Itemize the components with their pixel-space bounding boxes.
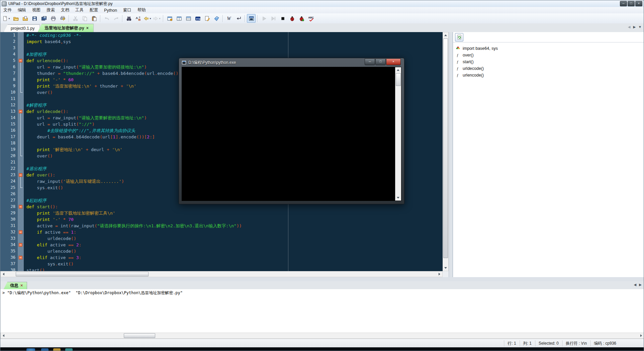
edit-snippet-button[interactable] xyxy=(203,14,211,23)
save-all-button[interactable] xyxy=(39,14,48,23)
python-window-button[interactable]: PYW xyxy=(193,14,202,23)
tab-project0.1.py[interactable]: project0.1.py xyxy=(4,24,40,32)
menu-8[interactable]: 窗口 xyxy=(120,7,134,13)
toggle-wrap-button[interactable] xyxy=(234,14,243,23)
fold-marker-line-32[interactable]: – xyxy=(19,230,22,234)
message-scroll-left-icon[interactable] xyxy=(3,334,4,337)
find-button[interactable] xyxy=(124,14,133,23)
tab-list-menu-icon[interactable]: ▼ xyxy=(638,25,642,29)
fold-marker-line-23[interactable]: – xyxy=(19,173,22,177)
message-tab-close-icon[interactable]: × xyxy=(20,283,23,288)
start-orb-icon[interactable] xyxy=(26,348,35,351)
fold-marker-line-36[interactable]: – xyxy=(19,256,22,259)
outline-item[interactable]: furldecode() xyxy=(453,65,644,72)
console-scrollbar[interactable] xyxy=(395,67,401,201)
toolbar-separator xyxy=(69,15,69,22)
menu-2[interactable]: 视图 xyxy=(29,7,43,13)
menu-3[interactable]: 搜索 xyxy=(43,7,58,13)
nav-forward-button[interactable]: ▼ xyxy=(153,14,161,23)
menu-4[interactable]: 文档 xyxy=(58,7,72,13)
redo-button[interactable] xyxy=(112,14,120,23)
maximize-button[interactable]: □ xyxy=(628,1,635,6)
tab-close-icon[interactable]: × xyxy=(86,26,89,30)
editor-vertical-scrollbar[interactable] xyxy=(443,32,449,271)
debug-check-button[interactable] xyxy=(297,14,306,23)
message-tab-scroll-right-icon[interactable]: ▶ xyxy=(639,283,642,286)
menu-7[interactable]: Python xyxy=(101,8,120,13)
scroll-down-icon[interactable] xyxy=(444,267,447,269)
close-button[interactable]: × xyxy=(635,1,642,6)
outline-item[interactable]: import base64, sys xyxy=(453,45,644,52)
code-line-1: #-*- coding:cp936 -*- xyxy=(26,32,443,38)
console-maximize-button[interactable]: □ xyxy=(375,58,386,65)
word-count-button[interactable]: W xyxy=(225,14,234,23)
copy-icon xyxy=(82,16,88,21)
editor-hscroll-thumb[interactable] xyxy=(16,272,149,276)
debug-icon xyxy=(289,16,295,21)
show-messages-button[interactable] xyxy=(247,14,256,23)
split-horizontal-button[interactable] xyxy=(184,14,193,23)
split-vertical-button[interactable] xyxy=(175,14,183,23)
class-browser-button[interactable] xyxy=(212,14,221,23)
open-file-button[interactable] xyxy=(11,14,20,23)
menu-5[interactable]: 工具 xyxy=(72,7,87,13)
spell-check-button[interactable]: ABC xyxy=(306,14,315,23)
outline-item[interactable]: furlencode() xyxy=(453,72,644,79)
menu-0[interactable]: 文件 xyxy=(0,7,15,13)
message-hscroll-thumb[interactable] xyxy=(124,333,155,338)
replace-button[interactable]: AB xyxy=(134,14,143,23)
outline-item[interactable]: fstart() xyxy=(453,58,644,65)
refresh-outline-button[interactable] xyxy=(455,33,463,41)
outline-item[interactable]: fover() xyxy=(453,52,644,58)
debug-button[interactable] xyxy=(288,14,296,23)
minimize-button[interactable]: ─ xyxy=(620,1,627,6)
cut-button[interactable] xyxy=(71,14,80,23)
save-button[interactable] xyxy=(30,14,39,23)
run-button[interactable] xyxy=(260,14,268,23)
tab-迅雷地址加密解密.py[interactable]: 迅雷地址加密解密.py× xyxy=(38,24,94,32)
scroll-right-icon[interactable] xyxy=(439,273,440,275)
title-bar[interactable]: UliPad - D:\Dropbox\Dropbox\Python\迅雷地址加… xyxy=(0,0,644,7)
menu-9[interactable]: 帮助 xyxy=(134,7,149,13)
console-scroll-thumb[interactable] xyxy=(396,73,401,86)
tab-scroll-right-icon[interactable]: ▶ xyxy=(633,25,636,29)
console-output[interactable] xyxy=(182,67,401,201)
taskbar-app2-icon[interactable] xyxy=(65,348,73,351)
fold-marker-line-28[interactable]: – xyxy=(19,205,22,209)
window-properties-button[interactable] xyxy=(165,14,174,23)
message-panel[interactable]: > "D:\编程\Python\python.exe" "D:\Dropbox\… xyxy=(0,289,644,333)
message-tab-scroll-left-icon[interactable]: ◀ xyxy=(634,283,637,286)
tab-scroll-left-icon[interactable]: ◀ xyxy=(628,25,631,29)
fold-marker-line-13[interactable]: – xyxy=(19,110,22,113)
editor-vscroll-thumb[interactable] xyxy=(443,38,448,258)
paste-button[interactable] xyxy=(90,14,98,23)
code-line-31: active = int(raw_input("请选择你要执行的操作:\n1.解… xyxy=(26,223,443,229)
message-scroll-right-icon[interactable] xyxy=(640,334,642,337)
console-minimize-button[interactable]: ─ xyxy=(365,58,375,65)
taskbar-folder-icon[interactable] xyxy=(53,348,61,351)
run-args-button[interactable] xyxy=(269,14,278,23)
copy-button[interactable] xyxy=(80,14,89,23)
console-scroll-up-icon[interactable] xyxy=(397,69,399,71)
menu-6[interactable]: 配置 xyxy=(87,7,101,13)
taskbar-app-icon[interactable] xyxy=(41,348,49,351)
stop-button[interactable] xyxy=(278,14,287,23)
message-horizontal-scrollbar[interactable] xyxy=(0,333,644,339)
scroll-up-icon[interactable] xyxy=(444,34,447,36)
fold-marker-line-34[interactable]: – xyxy=(19,243,22,247)
python-console-window[interactable]: D:\编程\Python\python.exe ─ □ × xyxy=(179,58,404,204)
scroll-left-icon[interactable] xyxy=(3,273,4,275)
tab-messages[interactable]: 信息× xyxy=(4,282,27,289)
windows-taskbar[interactable] xyxy=(0,347,644,351)
open-project-button[interactable] xyxy=(21,14,29,23)
print-setup-button[interactable] xyxy=(58,14,67,23)
undo-button[interactable] xyxy=(102,14,111,23)
new-file-button[interactable]: ▼ xyxy=(2,14,11,23)
console-close-button[interactable]: × xyxy=(386,58,401,65)
editor-horizontal-scrollbar[interactable] xyxy=(0,271,443,277)
menu-1[interactable]: 编辑 xyxy=(15,7,29,13)
fold-marker-line-5[interactable]: – xyxy=(19,59,22,63)
console-scroll-down-icon[interactable] xyxy=(397,197,399,199)
print-button[interactable] xyxy=(49,14,58,23)
nav-back-button[interactable]: ▼ xyxy=(143,14,152,23)
